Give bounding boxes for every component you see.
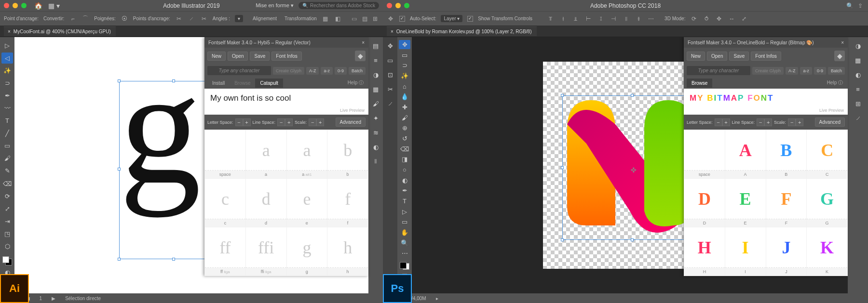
align-top-icon[interactable]: ⫪	[547, 15, 555, 23]
ctx-frame-icon[interactable]: ⊡	[384, 69, 396, 80]
zoom-icon[interactable]	[21, 3, 27, 8]
hand-tool-icon[interactable]: ✋	[399, 228, 410, 237]
document-tab[interactable]: × OneLineBold by Roman Korolev.psd @ 100…	[387, 26, 537, 36]
auto-select-mode-dropdown[interactable]: Layer ▾	[441, 15, 462, 22]
swatches-panel-icon[interactable]: ▦	[852, 54, 864, 66]
brush-tool-icon[interactable]: 🖌	[399, 113, 410, 122]
glyph-cell[interactable]: gg	[287, 227, 327, 276]
3d-orbit-icon[interactable]: ⟳	[690, 15, 698, 23]
shape-tool-icon[interactable]: ▭	[399, 217, 410, 226]
mise-en-forme-menu[interactable]: Mise en forme ▾	[254, 1, 296, 10]
pen-tool-icon[interactable]: ✒	[1, 90, 13, 101]
color-panel-icon[interactable]: ◑	[852, 40, 864, 52]
workspace-icon[interactable]: ▦ ▾	[45, 1, 63, 11]
3d-scale-icon[interactable]: ⤢	[740, 15, 748, 23]
az-lower-button[interactable]: a-z	[800, 67, 812, 75]
glyph-cell[interactable]: dd	[246, 179, 286, 227]
line-tool-icon[interactable]: ╱	[1, 128, 13, 139]
magic-wand-tool-icon[interactable]: ✨	[1, 65, 13, 76]
more-align-icon[interactable]: ⋯	[647, 15, 655, 23]
fontself-logo-icon[interactable]: ◆	[834, 51, 845, 61]
az-upper-button[interactable]: A-Z	[786, 67, 799, 75]
stroke-icon[interactable]: ≋	[370, 127, 381, 138]
crop-tool-icon[interactable]: ⌂	[399, 82, 410, 91]
gradient-tool-icon[interactable]: ◨	[399, 155, 410, 164]
blur-tool-icon[interactable]: ○	[399, 165, 410, 174]
align-left-icon[interactable]: ⊢	[584, 15, 592, 23]
adjustments-panel-icon[interactable]: ◐	[852, 69, 864, 80]
glyph-cell[interactable]: JJ	[766, 227, 807, 276]
save-button[interactable]: Save	[250, 52, 270, 61]
handle-icon[interactable]	[118, 168, 121, 171]
close-tab-icon[interactable]: ×	[8, 29, 11, 34]
font-infos-button[interactable]: Font Infos	[751, 52, 781, 61]
layers-icon[interactable]: ≡	[370, 54, 381, 66]
help-link[interactable]: Help ⓘ	[348, 79, 366, 86]
ctx-slice-icon[interactable]: ⟋	[384, 98, 396, 109]
line-space-stepper[interactable]: −+	[757, 119, 772, 126]
direct-selection-tool-icon[interactable]: ◁	[1, 53, 13, 64]
new-button[interactable]: New	[687, 52, 705, 61]
cut-icon[interactable]: ✂	[200, 15, 208, 23]
glyph-cell[interactable]: space	[684, 130, 725, 178]
batch-button[interactable]: Batch	[828, 67, 845, 75]
glyph-cell[interactable]: aa	[246, 130, 286, 178]
digits-button[interactable]: 0-9	[814, 67, 826, 75]
selection-tool-icon[interactable]: ▷	[1, 40, 13, 51]
save-button[interactable]: Save	[729, 52, 749, 61]
handle-icon[interactable]	[561, 166, 564, 169]
glyph-cell[interactable]: cc	[205, 179, 245, 227]
align-hcenter-icon[interactable]: ⫱	[597, 15, 605, 23]
shaper-tool-icon[interactable]: ✎	[1, 165, 13, 176]
color-swatches[interactable]	[2, 256, 12, 265]
move-tool-icon[interactable]: ✥	[399, 40, 410, 49]
align-icon[interactable]: ▦	[322, 15, 329, 23]
nav-next-icon[interactable]: ▶	[52, 296, 55, 301]
glyph-g[interactable]: g	[119, 62, 201, 193]
preview-area[interactable]: My own font is so cool Live Preview	[204, 89, 368, 115]
glyph-cell[interactable]: ff	[327, 179, 368, 227]
new-button[interactable]: New	[207, 52, 226, 61]
isolate-icon[interactable]: ◧	[334, 15, 342, 23]
smooth-icon[interactable]: ⌒	[81, 15, 89, 23]
properties-icon[interactable]: ▤	[370, 40, 381, 52]
glyph-cell[interactable]: DD	[684, 179, 725, 227]
3d-pan-icon[interactable]: ✥	[715, 15, 723, 23]
rotate-tool-icon[interactable]: ⟳	[1, 191, 13, 202]
opt-icon-1[interactable]: ▭	[350, 15, 358, 23]
dist-v-icon[interactable]: ⫵	[635, 15, 642, 23]
color-swatches[interactable]	[400, 262, 409, 270]
remove-anchor-icon[interactable]: ✂	[175, 15, 183, 23]
color-icon[interactable]: ◑	[370, 69, 381, 80]
scale-stepper[interactable]: −+	[788, 119, 803, 126]
zoom-icon[interactable]	[404, 3, 409, 8]
close-panel-icon[interactable]: ×	[841, 40, 844, 45]
type-tool-icon[interactable]: T	[1, 115, 13, 126]
3d-slide-icon[interactable]: ↔	[728, 15, 735, 23]
scale-tool-icon[interactable]: ⤢	[1, 203, 13, 214]
browse-tab[interactable]: Browse	[687, 79, 712, 88]
marquee-tool-icon[interactable]: ▭	[399, 51, 410, 60]
open-button[interactable]: Open	[228, 52, 248, 61]
clone-tool-icon[interactable]: ⊕	[399, 123, 410, 132]
glyph-cell[interactable]: ee	[287, 179, 327, 227]
close-icon[interactable]	[4, 3, 9, 8]
handle-icon[interactable]	[118, 79, 121, 82]
glyph-cell[interactable]: GG	[807, 179, 847, 227]
paths-panel-icon[interactable]: ⟋	[852, 112, 864, 124]
lasso-tool-icon[interactable]: ⊃	[1, 78, 13, 89]
advanced-button[interactable]: Advanced	[815, 118, 845, 127]
help-link[interactable]: Help ⓘ	[827, 79, 845, 86]
dist-h-icon[interactable]: ⫴	[622, 15, 630, 23]
minimize-icon[interactable]	[13, 3, 18, 8]
batch-button[interactable]: Batch	[349, 67, 366, 75]
opt-icon-2[interactable]: ▤	[361, 15, 368, 23]
glyph-cell[interactable]: KK	[807, 227, 847, 276]
dodge-tool-icon[interactable]: ◐	[399, 176, 410, 185]
rectangle-tool-icon[interactable]: ▭	[1, 140, 13, 151]
az-upper-button[interactable]: A-Z	[306, 67, 319, 75]
advanced-button[interactable]: Advanced	[336, 118, 366, 127]
layers-panel-icon[interactable]: ≡	[852, 83, 864, 95]
edit-toolbar-icon[interactable]: ⋯	[399, 249, 410, 258]
pen-tool-icon[interactable]: ✒	[399, 186, 410, 195]
